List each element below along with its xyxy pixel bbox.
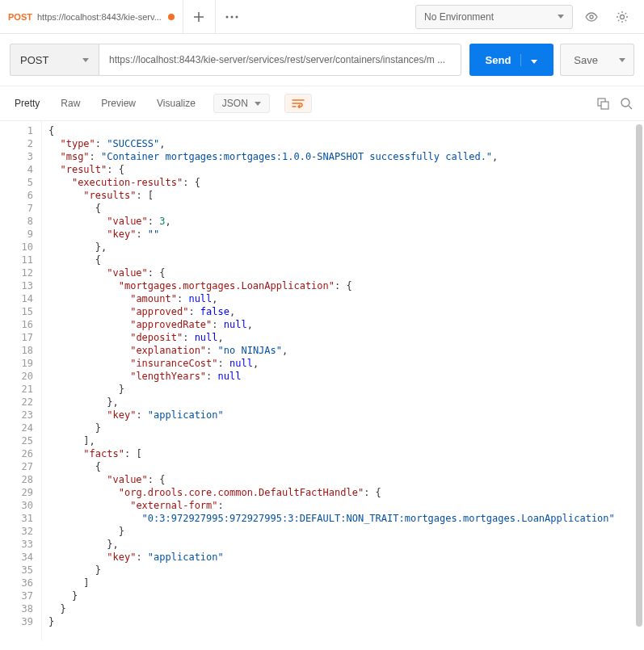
line-number: 12 — [0, 266, 33, 279]
method-select[interactable]: POST — [10, 44, 99, 76]
line-number: 1 — [0, 124, 33, 137]
environment-section: No Environment — [415, 5, 644, 29]
line-number: 11 — [0, 254, 33, 266]
code-line: "results": [ — [48, 189, 644, 202]
code-line: }, — [48, 538, 644, 551]
code-line: } — [48, 564, 644, 577]
line-gutter: 1234567891011121314151617181920212223242… — [0, 121, 42, 640]
eye-icon — [584, 12, 599, 22]
code-content[interactable]: { "type": "SUCCESS", "msg": "Container m… — [42, 121, 644, 640]
line-number: 37 — [0, 589, 33, 602]
code-line: "org.drools.core.common.DefaultFactHandl… — [48, 486, 644, 499]
save-options-button[interactable] — [611, 44, 634, 76]
response-body: 1234567891011121314151617181920212223242… — [0, 120, 644, 640]
code-line: "facts": [ — [48, 447, 644, 460]
send-options-button[interactable] — [520, 54, 537, 66]
response-actions — [597, 98, 633, 110]
format-select[interactable]: JSON — [213, 94, 270, 113]
copy-icon — [597, 98, 609, 110]
code-line: }, — [48, 396, 644, 409]
line-number: 29 — [0, 486, 33, 499]
svg-point-7 — [621, 99, 629, 107]
tabs-container: POST https://localhost:8443/kie-serv... — [0, 0, 415, 34]
tab-visualize[interactable]: Visualize — [154, 93, 199, 114]
svg-point-0 — [225, 15, 228, 18]
response-view-tabs: Pretty Raw Preview Visualize JSON — [0, 86, 644, 120]
code-line: "explanation": "no NINJAs", — [48, 344, 644, 357]
search-button[interactable] — [621, 98, 633, 110]
code-line: } — [48, 421, 644, 434]
code-line: "result": { — [48, 163, 644, 176]
tab-preview[interactable]: Preview — [98, 93, 139, 114]
code-line: "deposit": null, — [48, 331, 644, 344]
line-number: 31 — [0, 512, 33, 525]
line-number: 19 — [0, 357, 33, 370]
line-number: 23 — [0, 409, 33, 421]
code-line: "execution-results": { — [48, 176, 644, 189]
chevron-down-icon — [558, 15, 564, 19]
svg-rect-6 — [601, 102, 608, 109]
tab-raw[interactable]: Raw — [57, 93, 83, 114]
save-button[interactable]: Save — [560, 44, 611, 76]
code-line: "external-form": — [48, 499, 644, 512]
tab-overflow-button[interactable] — [216, 15, 248, 19]
line-number: 20 — [0, 370, 33, 383]
line-number: 17 — [0, 331, 33, 344]
svg-point-3 — [590, 15, 593, 19]
tab-method: POST — [8, 12, 32, 22]
chevron-down-icon — [255, 102, 261, 106]
svg-point-4 — [621, 15, 625, 19]
line-number: 22 — [0, 396, 33, 409]
environment-quicklook-button[interactable] — [579, 5, 604, 29]
request-bar: POST https://localhost:8443/kie-server/s… — [0, 34, 644, 86]
url-input[interactable]: https://localhost:8443/kie-server/servic… — [99, 44, 461, 76]
chevron-down-icon — [531, 60, 537, 64]
code-line: { — [48, 254, 644, 266]
top-bar: POST https://localhost:8443/kie-serv... … — [0, 0, 644, 34]
tab-pretty[interactable]: Pretty — [11, 93, 43, 114]
tab-title: https://localhost:8443/kie-serv... — [37, 12, 162, 22]
wrap-lines-button[interactable] — [284, 94, 312, 113]
code-line: ] — [48, 577, 644, 589]
scrollbar-thumb[interactable] — [636, 124, 642, 627]
line-number: 30 — [0, 499, 33, 512]
line-number: 36 — [0, 577, 33, 589]
line-number: 2 — [0, 137, 33, 150]
method-value: POST — [20, 54, 48, 66]
chevron-down-icon — [619, 58, 625, 62]
line-number: 14 — [0, 292, 33, 305]
url-value: https://localhost:8443/kie-server/servic… — [109, 54, 445, 65]
format-value: JSON — [222, 98, 248, 109]
line-number: 6 — [0, 189, 33, 202]
settings-button[interactable] — [610, 5, 634, 29]
line-number: 39 — [0, 615, 33, 628]
plus-icon — [193, 11, 204, 23]
line-number: 35 — [0, 564, 33, 577]
request-tab[interactable]: POST https://localhost:8443/kie-serv... — [0, 0, 183, 34]
line-number: 7 — [0, 202, 33, 215]
code-line: "value": { — [48, 266, 644, 279]
unsaved-indicator-icon — [168, 14, 175, 20]
copy-button[interactable] — [597, 98, 609, 110]
line-number: 32 — [0, 525, 33, 538]
code-line: { — [48, 460, 644, 473]
scrollbar[interactable] — [634, 124, 642, 637]
code-line: "insuranceCost": null, — [48, 357, 644, 370]
code-line: "type": "SUCCESS", — [48, 137, 644, 150]
line-number: 26 — [0, 447, 33, 460]
code-line: "amount": null, — [48, 292, 644, 305]
new-tab-button[interactable] — [183, 0, 216, 34]
code-line: "value": { — [48, 473, 644, 486]
send-button[interactable]: Send — [469, 44, 554, 76]
line-number: 34 — [0, 551, 33, 564]
wrap-icon — [292, 99, 305, 108]
code-line: { — [48, 124, 644, 137]
environment-select[interactable]: No Environment — [415, 5, 573, 29]
line-number: 3 — [0, 150, 33, 163]
code-line: ], — [48, 434, 644, 447]
line-number: 28 — [0, 473, 33, 486]
line-number: 38 — [0, 602, 33, 615]
line-number: 13 — [0, 279, 33, 292]
line-number: 9 — [0, 228, 33, 241]
line-number: 5 — [0, 176, 33, 189]
